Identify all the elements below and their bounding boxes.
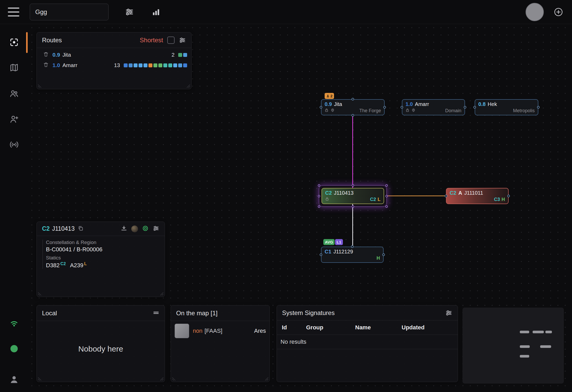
selection-handle[interactable] [385,195,388,197]
broadcast-icon[interactable] [0,135,28,154]
status-dot[interactable] [0,339,28,358]
on-the-map-panel: On the map [1] non [FAAS] Ares [171,305,270,382]
resize-handle[interactable] [172,377,176,381]
column-updated[interactable]: Updated [402,324,458,331]
hamburger-icon[interactable] [8,8,19,16]
connection-handle[interactable] [351,245,354,248]
connection-j110413-j112129[interactable] [352,204,353,247]
system-name: J112129 [333,249,353,255]
trash-icon[interactable] [43,62,49,69]
route-row-jita[interactable]: 0.9 Jita 2 [37,50,191,60]
connection-handle[interactable] [320,106,322,109]
system-node-jita[interactable]: 0.9 Jita The Forge [321,99,385,115]
wormhole-class: C1 [325,249,331,255]
pilot-row[interactable]: non [FAAS] Ares [171,321,270,338]
connection-handle[interactable] [382,253,385,256]
focus-scan-icon[interactable] [0,33,28,52]
route-jump-count: 2 [163,52,175,58]
sliders-icon[interactable] [153,225,159,233]
system-node-j110413[interactable]: C2 J110413 C2 L [321,188,384,204]
system-node-hek[interactable]: 0.8 Hek Metropolis [475,99,538,115]
people-icon[interactable] [0,84,28,103]
route-row-amarr[interactable]: 1.0 Amarr 13 [37,60,191,70]
system-node-j112129[interactable]: C1 J112129 H [321,247,384,263]
resize-handle[interactable] [38,292,41,296]
sliders-icon[interactable] [179,37,186,44]
selection-handle[interactable] [352,184,354,187]
selection-handle[interactable] [318,195,320,197]
wormhole-class: C2 [450,190,456,196]
column-group[interactable]: Group [306,324,355,331]
menu-equals-icon[interactable] [153,309,159,317]
connection-handle[interactable] [445,195,447,197]
statics-section-label: Statics [46,255,159,261]
column-id[interactable]: Id [282,324,306,331]
statics-labels: C3 H [494,197,505,202]
resize-handle[interactable] [38,84,41,88]
wifi-icon[interactable] [0,314,28,333]
system-tag: A [458,190,462,196]
selection-handle[interactable] [352,205,354,208]
connection-handle[interactable] [464,106,466,109]
minimap-bar [545,331,552,333]
route-security: 1.0 [52,62,60,68]
user-icon[interactable] [0,370,28,389]
l1-badge: L1 [335,239,343,245]
pilot-ship-type: Ares [254,328,266,334]
minimap-bar [520,345,530,348]
region-section-value: B-C00041 / B-R00006 [46,246,159,253]
bar-chart-icon[interactable] [150,6,162,18]
resize-handle[interactable] [187,84,190,88]
plus-circle-icon[interactable] [553,6,564,18]
selection-handle[interactable] [385,205,388,208]
resize-handle[interactable] [38,377,41,381]
sliders-icon[interactable] [124,6,135,18]
connection-handle[interactable] [537,106,540,109]
column-name[interactable]: Name [355,324,402,331]
trash-icon[interactable] [43,51,49,58]
connection-handle[interactable] [351,98,354,100]
connection-j110413-j111011[interactable] [387,195,446,196]
person-add-icon[interactable] [0,110,28,129]
route-destination: Jita [62,52,71,58]
route-destination: Amarr [62,62,77,68]
connection-handle[interactable] [383,106,386,109]
system-node-amarr[interactable]: 1.0 Amarr Domain [402,99,465,115]
routes-panel: Routes Shortest 0.9 Jita 2 [37,32,192,89]
map-icon[interactable] [0,58,28,77]
resize-handle[interactable] [265,377,269,381]
connection-jita-j110413[interactable] [352,115,353,188]
route-jump-squares [178,53,187,57]
connection-handle[interactable] [320,253,322,256]
connection-handle[interactable] [351,114,354,117]
pilot-count-badge: 2 [325,93,334,99]
download-tray-icon[interactable] [121,225,127,233]
locate-icon[interactable] [142,225,149,233]
connection-handle[interactable] [473,106,476,109]
shortest-checkbox[interactable] [167,37,175,44]
resize-handle[interactable] [160,377,164,381]
copy-icon[interactable] [78,225,84,232]
user-avatar[interactable] [526,3,544,21]
system-node-j111011[interactable]: C2 A J111011 C3 H [446,188,509,204]
connection-handle[interactable] [401,106,403,109]
sliders-icon[interactable] [445,309,452,317]
system-signatures-panel: System Signatures Id Group Name Updated … [277,305,458,382]
minimap-bar [540,345,551,348]
map-name-input[interactable] [30,4,109,20]
resize-handle[interactable] [160,292,164,296]
pilot-portrait[interactable] [175,324,189,338]
pilot-name: non [193,328,202,334]
connection-handle[interactable] [507,195,510,197]
security-status: 1.0 [406,101,413,107]
region-name: Domain [445,108,461,114]
planet-thumbnail[interactable] [131,225,138,232]
shortest-label[interactable]: Shortest [140,37,163,44]
selection-handle[interactable] [385,184,388,187]
statics-labels: H [377,256,380,261]
minimap-panel[interactable] [463,308,564,383]
signatures-empty-text: No results [277,335,458,349]
on-the-map-title: On the map [1] [176,310,218,317]
selection-handle[interactable] [318,184,320,187]
selection-handle[interactable] [318,205,320,208]
